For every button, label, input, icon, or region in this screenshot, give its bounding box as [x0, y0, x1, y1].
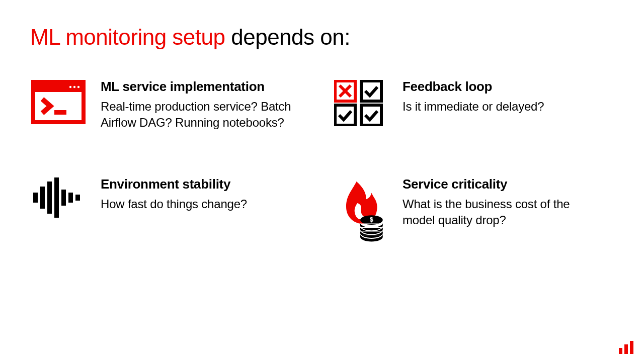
- item-title: Feedback loop: [403, 79, 614, 95]
- title-accent: ML monitoring setup: [30, 25, 225, 49]
- svg-rect-15: [54, 177, 59, 218]
- svg-rect-9: [361, 81, 381, 101]
- terminal-icon: [30, 79, 87, 124]
- item-desc: How fast do things change?: [101, 196, 292, 212]
- svg-rect-1: [33, 82, 84, 92]
- svg-rect-10: [335, 105, 355, 125]
- svg-rect-5: [54, 110, 66, 115]
- svg-rect-13: [40, 187, 45, 209]
- item-body: ML service implementation Real-time prod…: [101, 79, 312, 131]
- logo-bars-icon: [619, 341, 634, 354]
- slide: ML monitoring setup depends on: ML servi…: [0, 0, 644, 362]
- item-feedback: Feedback loop Is it immediate or delayed…: [332, 79, 614, 131]
- item-body: Feedback loop Is it immediate or delayed…: [403, 79, 614, 115]
- item-body: Environment stability How fast do things…: [101, 176, 312, 212]
- svg-rect-12: [33, 193, 38, 203]
- svg-rect-26: [624, 344, 628, 354]
- waveform-icon: [30, 176, 87, 218]
- item-ml-service: ML service implementation Real-time prod…: [30, 79, 312, 131]
- fire-money-icon: $: [332, 176, 388, 243]
- item-desc: Is it immediate or delayed?: [403, 99, 594, 115]
- svg-rect-18: [75, 195, 80, 201]
- svg-rect-14: [47, 182, 52, 214]
- svg-rect-11: [361, 105, 381, 125]
- item-desc: Real-time production service? Batch Airf…: [101, 99, 292, 131]
- svg-text:$: $: [370, 216, 373, 223]
- svg-rect-16: [61, 190, 66, 206]
- item-environment: Environment stability How fast do things…: [30, 176, 312, 243]
- svg-rect-17: [68, 193, 73, 203]
- item-criticality: $ Service criticality What is the busine…: [332, 176, 614, 243]
- svg-point-4: [77, 86, 79, 88]
- item-desc: What is the business cost of the model q…: [403, 196, 594, 229]
- slide-title: ML monitoring setup depends on:: [30, 24, 614, 51]
- svg-rect-25: [619, 348, 622, 354]
- title-rest: depends on:: [225, 25, 350, 49]
- item-title: ML service implementation: [101, 79, 312, 95]
- svg-rect-27: [630, 341, 633, 354]
- item-body: Service criticality What is the business…: [403, 176, 614, 229]
- svg-point-3: [73, 86, 75, 88]
- item-title: Service criticality: [403, 176, 614, 192]
- content-grid: ML service implementation Real-time prod…: [30, 79, 614, 243]
- item-title: Environment stability: [101, 176, 312, 192]
- checkboxes-icon: [332, 79, 388, 126]
- svg-point-2: [69, 86, 71, 88]
